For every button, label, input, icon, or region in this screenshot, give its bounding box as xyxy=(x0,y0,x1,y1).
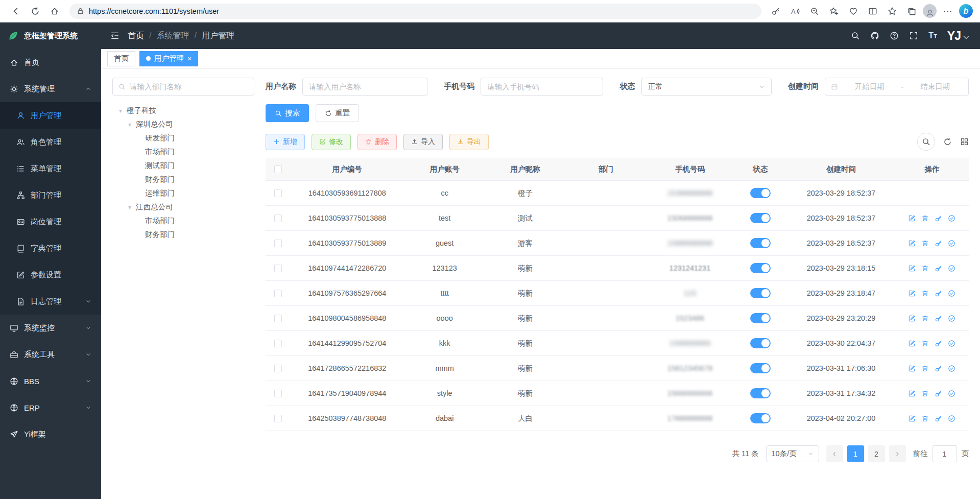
collections-icon[interactable] xyxy=(903,3,920,19)
tree-node[interactable]: 运维部门 xyxy=(112,186,254,200)
row-checkbox[interactable] xyxy=(274,265,282,272)
search-button[interactable]: 搜索 xyxy=(266,104,309,122)
show-search-button[interactable] xyxy=(917,133,935,151)
assign-role-icon[interactable] xyxy=(948,265,955,272)
github-icon[interactable] xyxy=(870,31,879,40)
sidebar-item-yi[interactable]: Yi框架 xyxy=(0,421,101,447)
status-toggle[interactable] xyxy=(750,313,771,323)
delete-icon[interactable] xyxy=(921,290,929,297)
app-logo[interactable]: 意框架管理系统 xyxy=(0,22,101,49)
delete-icon[interactable] xyxy=(921,315,929,322)
add-button[interactable]: 新增 xyxy=(266,134,305,150)
reset-password-icon[interactable] xyxy=(935,290,942,297)
back-button[interactable] xyxy=(7,3,25,20)
page-button-2[interactable]: 2 xyxy=(868,445,885,462)
password-manager-icon[interactable] xyxy=(768,3,784,19)
breadcrumb-home[interactable]: 首页 xyxy=(128,31,144,41)
status-toggle[interactable] xyxy=(750,238,771,248)
reset-password-icon[interactable] xyxy=(935,415,942,422)
sidebar-item-home[interactable]: 首页 xyxy=(0,49,101,76)
reset-password-icon[interactable] xyxy=(935,240,942,247)
row-checkbox[interactable] xyxy=(274,415,282,422)
reset-password-icon[interactable] xyxy=(935,365,942,372)
prev-page-button[interactable] xyxy=(826,445,843,462)
assign-role-icon[interactable] xyxy=(948,390,955,397)
import-button[interactable]: 导入 xyxy=(403,134,443,150)
next-page-button[interactable] xyxy=(889,445,906,462)
delete-icon[interactable] xyxy=(921,265,929,272)
reset-password-icon[interactable] xyxy=(935,215,942,222)
assign-role-icon[interactable] xyxy=(948,315,955,322)
row-checkbox[interactable] xyxy=(274,189,282,197)
sidebar-item-dept[interactable]: 部门管理 xyxy=(0,182,101,208)
row-checkbox[interactable] xyxy=(274,390,282,397)
edit-icon[interactable] xyxy=(908,215,916,222)
tree-node[interactable]: 测试部门 xyxy=(112,159,254,173)
profile-avatar[interactable] xyxy=(923,4,937,18)
caret-expand-icon[interactable]: ▾ xyxy=(127,121,133,128)
delete-icon[interactable] xyxy=(921,240,929,247)
status-toggle[interactable] xyxy=(750,388,771,398)
reset-password-icon[interactable] xyxy=(935,390,942,397)
delete-icon[interactable] xyxy=(921,415,929,422)
date-range-picker[interactable]: 开始日期 - 结束日期 xyxy=(825,78,969,96)
tree-node[interactable]: ▾橙子科技 xyxy=(112,104,254,117)
select-all-checkbox[interactable] xyxy=(274,165,282,173)
sidebar-item-bbs[interactable]: BBS xyxy=(0,368,101,394)
assign-role-icon[interactable] xyxy=(948,240,955,247)
delete-icon[interactable] xyxy=(921,365,929,372)
edit-button[interactable]: 修改 xyxy=(312,134,351,150)
tree-node[interactable]: 财务部门 xyxy=(112,228,254,242)
status-toggle[interactable] xyxy=(750,263,771,273)
delete-icon[interactable] xyxy=(921,390,929,397)
breadcrumb-system[interactable]: 系统管理 xyxy=(156,31,189,41)
reset-password-icon[interactable] xyxy=(935,315,942,322)
goto-page-input[interactable] xyxy=(933,445,957,462)
sidebar-item-user[interactable]: 用户管理 xyxy=(0,102,101,129)
user-logo[interactable]: YJ xyxy=(947,29,971,43)
status-toggle[interactable] xyxy=(750,188,771,198)
font-size-icon[interactable]: TT xyxy=(928,31,937,40)
row-checkbox[interactable] xyxy=(274,365,282,372)
status-toggle[interactable] xyxy=(750,213,771,223)
reset-password-icon[interactable] xyxy=(935,265,942,272)
export-button[interactable]: 导出 xyxy=(449,134,489,150)
home-button[interactable] xyxy=(46,3,63,20)
sidebar-item-config[interactable]: 参数设置 xyxy=(0,262,101,288)
tab-home[interactable]: 首页 xyxy=(107,51,135,66)
sidebar-item-tools[interactable]: 系统工具 xyxy=(0,341,101,368)
reset-password-icon[interactable] xyxy=(935,340,942,347)
edit-icon[interactable] xyxy=(908,265,916,272)
delete-button[interactable]: 删除 xyxy=(357,134,397,150)
caret-expand-icon[interactable]: ▾ xyxy=(117,107,124,114)
sidebar-item-system[interactable]: 系统管理 xyxy=(0,76,101,102)
edit-icon[interactable] xyxy=(908,390,916,397)
sidebar-item-erp[interactable]: ERP xyxy=(0,394,101,421)
edit-icon[interactable] xyxy=(908,315,916,322)
delete-icon[interactable] xyxy=(921,340,929,347)
status-select[interactable]: 正常 xyxy=(641,78,772,96)
tree-node[interactable]: 市场部门 xyxy=(112,145,254,159)
status-toggle[interactable] xyxy=(750,413,771,423)
edit-icon[interactable] xyxy=(908,365,916,372)
assign-role-icon[interactable] xyxy=(948,215,955,222)
column-settings-icon[interactable] xyxy=(960,137,969,146)
more-menu-icon[interactable]: ⋯ xyxy=(940,3,956,19)
delete-icon[interactable] xyxy=(921,215,929,222)
assign-role-icon[interactable] xyxy=(948,365,955,372)
status-toggle[interactable] xyxy=(750,288,771,298)
caret-expand-icon[interactable]: ▾ xyxy=(127,204,133,211)
assign-role-icon[interactable] xyxy=(948,290,955,297)
row-checkbox[interactable] xyxy=(274,315,282,322)
read-aloud-icon[interactable] xyxy=(787,3,803,19)
row-checkbox[interactable] xyxy=(274,215,282,222)
sidebar-item-log[interactable]: 日志管理 xyxy=(0,288,101,315)
sidebar-item-menu[interactable]: 菜单管理 xyxy=(0,155,101,182)
tree-node[interactable]: 研发部门 xyxy=(112,131,254,145)
close-tab-icon[interactable]: × xyxy=(187,55,192,62)
tree-node[interactable]: ▾江西总公司 xyxy=(112,200,254,214)
zoom-icon[interactable] xyxy=(806,3,823,19)
help-icon[interactable] xyxy=(890,31,899,40)
sidebar-item-dict[interactable]: 字典管理 xyxy=(0,235,101,262)
bing-copilot-icon[interactable]: b xyxy=(959,4,973,18)
